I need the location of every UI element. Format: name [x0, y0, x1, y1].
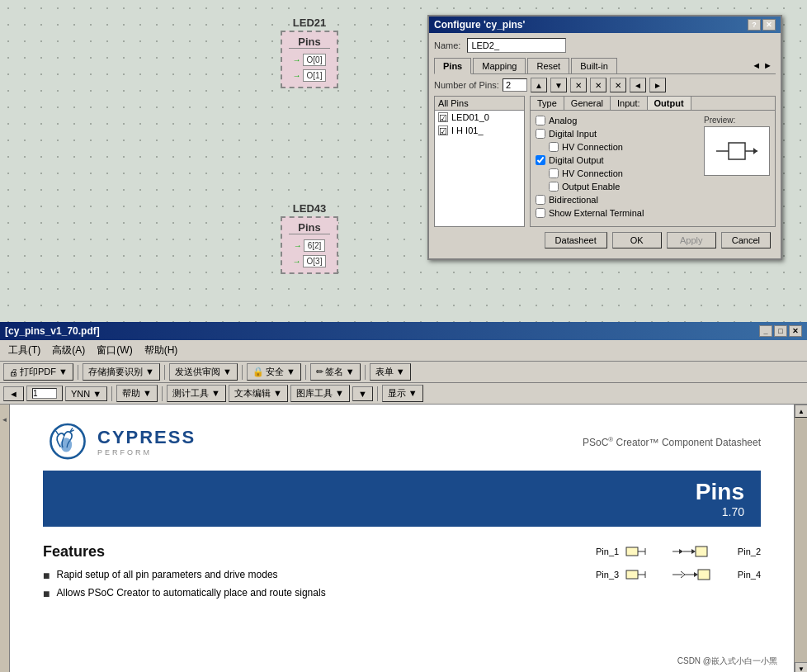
pin-row-1: Pin_1 Pin_2: [596, 543, 761, 560]
features-left: Features ■ Rapid setup of all pin parame…: [43, 543, 563, 605]
page-number-input[interactable]: [32, 388, 57, 399]
toolbar-down-btn[interactable]: ▼: [550, 78, 567, 92]
dialog-tab-pins[interactable]: Pins: [434, 58, 471, 74]
led21-box-label: Pins: [289, 35, 330, 49]
preview-label: Preview:: [704, 116, 735, 125]
pin1-label: Pin_1: [596, 547, 619, 556]
show-external-checkbox[interactable]: [536, 208, 545, 218]
configure-dialog[interactable]: Configure 'cy_pins' ? ✕ Name: Pins Mappi…: [427, 15, 782, 260]
datasheet-button[interactable]: Datasheet: [545, 232, 607, 248]
bidirectional-checkbox[interactable]: [536, 195, 545, 205]
toolbar-del1-btn[interactable]: ✕: [570, 78, 587, 92]
digital-output-option: Digital Output: [536, 155, 697, 165]
output-enable-label: Output Enable: [562, 182, 620, 192]
type-tab-output[interactable]: Output: [648, 97, 691, 110]
pdf-close-btn[interactable]: ✕: [789, 325, 802, 337]
svg-marker-3: [753, 148, 757, 154]
toolbar-left-btn[interactable]: ◄: [630, 78, 646, 92]
type-tabs: Type General Input: Output: [531, 97, 775, 111]
pin1-svg: [622, 543, 668, 560]
toolbar-del2-btn[interactable]: ✕: [590, 78, 606, 92]
toolbar-right-btn[interactable]: ►: [649, 78, 666, 92]
led21-title: LED21: [293, 17, 326, 29]
hv-connection-label: HV Connection: [562, 142, 623, 152]
tool-page-input[interactable]: [26, 386, 63, 401]
pin-label-1: I H I01_: [451, 125, 484, 135]
dialog-tab-mapping[interactable]: Mapping: [473, 58, 526, 73]
schematic-area: LED21 Pins → O[0] → O[1] LED43 Pins → 6[…: [0, 0, 807, 322]
dialog-toolbar: Number of Pins: ▲ ▼ ✕ ✕ ✕ ◄ ►: [434, 78, 776, 92]
sidebar-label: ◄: [1, 416, 8, 424]
type-tab-input[interactable]: Input:: [611, 97, 648, 110]
menu-tools[interactable]: 工具(T): [3, 342, 45, 359]
pdf-minimize-btn[interactable]: _: [759, 325, 772, 337]
type-tab-type[interactable]: Type: [531, 97, 564, 110]
pin-row-2: Pin_3: [596, 566, 761, 583]
dialog-tab-builtin[interactable]: Built-in: [571, 58, 617, 73]
dialog-name-input[interactable]: [467, 38, 566, 53]
hv-connection2-option: HV Connection: [549, 168, 697, 178]
menu-window[interactable]: 窗口(W): [92, 342, 137, 359]
tool-back[interactable]: ◄: [3, 386, 24, 401]
dialog-help-btn[interactable]: ?: [748, 19, 761, 31]
features-title: Features: [43, 543, 563, 561]
pdf-scrollbar[interactable]: ▲ ▼: [794, 405, 807, 672]
pins-banner-title: Pins: [696, 479, 744, 505]
dialog-name-row: Name:: [434, 38, 776, 53]
tool-send[interactable]: 发送供审阅 ▼: [169, 363, 238, 381]
output-enable-checkbox[interactable]: [549, 182, 559, 192]
hv-connection2-checkbox[interactable]: [549, 168, 559, 178]
menu-advanced[interactable]: 高级(A): [47, 342, 90, 359]
dialog-tab-reset[interactable]: Reset: [527, 58, 569, 73]
show-external-label: Show External Terminal: [549, 208, 644, 218]
num-pins-input[interactable]: [503, 78, 527, 92]
hv-connection-checkbox[interactable]: [549, 142, 559, 152]
tool-summary[interactable]: 存储摘要识别 ▼: [83, 363, 160, 381]
scroll-up-btn[interactable]: ▲: [795, 405, 807, 418]
type-tab-general[interactable]: General: [564, 97, 611, 110]
menu-help[interactable]: 帮助(H): [139, 342, 183, 359]
digital-output-checkbox[interactable]: [536, 155, 545, 165]
tool-display[interactable]: 显示 ▼: [382, 385, 423, 402]
pins-panel: All Pins ☑ LED01_0 ☑ I H I01_: [434, 96, 525, 227]
pin-checkbox-0[interactable]: ☑: [438, 112, 448, 122]
pin-checkbox-1[interactable]: ☑: [438, 125, 448, 135]
led43-title: LED43: [293, 202, 326, 215]
tool-color[interactable]: ▼: [352, 386, 373, 401]
tool-ynn[interactable]: YNN ▼: [65, 386, 107, 401]
tool-form[interactable]: 表单 ▼: [370, 363, 411, 381]
svg-marker-12: [691, 549, 696, 554]
led43-component: LED43 Pins → 6[2] → O[3]: [281, 202, 338, 274]
analog-checkbox[interactable]: [536, 116, 545, 125]
led21-arrow0: →: [293, 55, 301, 64]
tool-print-pdf[interactable]: 🖨 打印PDF ▼: [3, 363, 73, 381]
cypress-sub: PERFORM: [97, 448, 196, 457]
tool-sign[interactable]: ✏ 签名 ▼: [310, 363, 361, 381]
scroll-track[interactable]: [795, 418, 807, 662]
cypress-logo: CYPRESS PERFORM: [43, 421, 196, 462]
analog-option: Analog: [536, 116, 697, 125]
tool-gallery[interactable]: 图库工具 ▼: [290, 385, 350, 402]
tool-help2[interactable]: 帮助 ▼: [116, 385, 158, 402]
svg-line-18: [681, 571, 685, 575]
cancel-button[interactable]: Cancel: [721, 232, 771, 248]
svg-marker-10: [679, 549, 683, 554]
tool-security[interactable]: 🔒 安全 ▼: [247, 363, 301, 381]
tool-measure[interactable]: 测计工具 ▼: [167, 385, 226, 402]
cypress-name: CYPRESS: [97, 427, 196, 448]
digital-input-checkbox[interactable]: [536, 129, 545, 139]
pin2-label: Pin_2: [738, 547, 761, 556]
pin-diagrams: Pin_1 Pin_2: [596, 543, 761, 605]
pdf-titlebar: [cy_pins_v1_70.pdf] _ □ ✕: [0, 322, 807, 340]
ok-button[interactable]: OK: [612, 232, 662, 248]
pdf-maximize-btn[interactable]: □: [774, 325, 787, 337]
pin-list-item-0[interactable]: ☑ LED01_0: [435, 111, 524, 124]
dialog-close-btn[interactable]: ✕: [762, 19, 776, 31]
tool-text-edit[interactable]: 文本编辑 ▼: [229, 385, 288, 402]
toolbar-up-btn[interactable]: ▲: [531, 78, 547, 92]
apply-button[interactable]: Apply: [667, 232, 716, 248]
pin-list-item-1[interactable]: ☑ I H I01_: [435, 124, 524, 137]
dialog-page-nav: ◄ ►: [748, 58, 776, 73]
toolbar-del3-btn[interactable]: ✕: [610, 78, 626, 92]
scroll-down-btn[interactable]: ▼: [795, 662, 807, 672]
